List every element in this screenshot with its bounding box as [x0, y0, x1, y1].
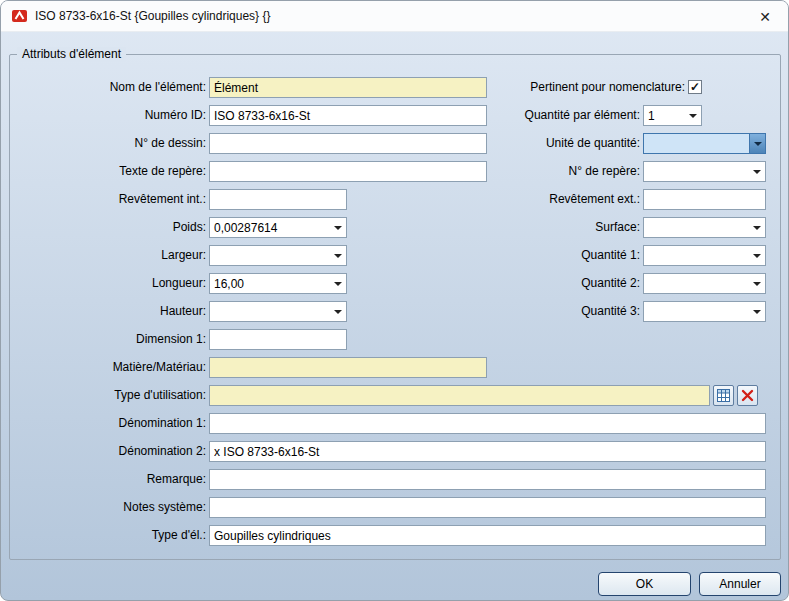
field-label: Hauteur:: [11, 301, 206, 322]
numero-id-input[interactable]: [209, 105, 487, 126]
field-label: N° de dessin:: [11, 133, 206, 154]
revetement-ext-input[interactable]: [643, 189, 766, 210]
chevron-down-icon[interactable]: [330, 302, 346, 321]
delete-x-icon: [741, 389, 754, 402]
field-label: Revêtement ext.:: [450, 189, 640, 210]
quantite1-value[interactable]: [644, 246, 749, 265]
denomination2-input[interactable]: [209, 441, 766, 462]
browse-type-button[interactable]: [713, 385, 734, 406]
quantite1-combo[interactable]: [643, 245, 766, 266]
window-title: ISO 8733-6x16-St {Goupilles cylindriques…: [35, 1, 270, 32]
field-label: Surface:: [450, 217, 640, 238]
groupbox-title: Attributs d'élément: [17, 47, 126, 62]
chevron-down-icon[interactable]: [749, 218, 765, 237]
hauteur-combo[interactable]: [209, 301, 347, 322]
poids-combo[interactable]: [209, 217, 347, 238]
field-label: Quantité 3:: [450, 301, 640, 322]
largeur-combo[interactable]: [209, 245, 347, 266]
field-label: Type d'él.:: [11, 525, 206, 546]
cancel-button[interactable]: Annuler: [699, 572, 781, 596]
checkmark-icon: ✓: [690, 81, 700, 93]
denomination1-input[interactable]: [209, 413, 766, 434]
chevron-down-icon[interactable]: [749, 162, 765, 181]
titlebar[interactable]: ISO 8733-6x16-St {Goupilles cylindriques…: [1, 1, 788, 32]
largeur-combo-value[interactable]: [210, 246, 330, 265]
chevron-down-icon[interactable]: [749, 246, 765, 265]
field-label: Quantité 1:: [450, 245, 640, 266]
nom-element-input[interactable]: [209, 77, 487, 98]
no-repere-value[interactable]: [644, 162, 749, 181]
field-label: Type d'utilisation:: [11, 385, 206, 406]
chevron-down-icon[interactable]: [749, 302, 765, 321]
field-label: Dimension 1:: [11, 329, 206, 350]
chevron-down-icon[interactable]: [330, 274, 346, 293]
type-el-input[interactable]: [209, 525, 766, 546]
surface-value[interactable]: [644, 218, 749, 237]
chevron-down-icon[interactable]: [749, 134, 765, 153]
dimension1-input[interactable]: [209, 329, 347, 350]
field-label: Nom de l'élément:: [11, 77, 206, 98]
longueur-combo-value[interactable]: [210, 274, 330, 293]
field-label: Dénomination 2:: [11, 441, 206, 462]
notes-systeme-input[interactable]: [209, 497, 766, 518]
field-label: N° de repère:: [450, 161, 640, 182]
close-icon[interactable]: ✕: [750, 5, 780, 29]
field-label: Dénomination 1:: [11, 413, 206, 434]
field-label: Largeur:: [11, 245, 206, 266]
field-label: Unité de quantité:: [450, 133, 640, 154]
field-label: Longueur:: [11, 273, 206, 294]
field-label: Notes système:: [11, 497, 206, 518]
quantite2-combo[interactable]: [643, 273, 766, 294]
chevron-down-icon[interactable]: [749, 274, 765, 293]
app-icon: [11, 7, 29, 25]
chevron-down-icon[interactable]: [685, 106, 701, 125]
longueur-combo[interactable]: [209, 273, 347, 294]
surface-combo[interactable]: [643, 217, 766, 238]
field-label: Quantité 2:: [450, 273, 640, 294]
chevron-down-icon[interactable]: [330, 246, 346, 265]
clear-type-button[interactable]: [737, 385, 758, 406]
remarque-input[interactable]: [209, 469, 766, 490]
field-label: Remarque:: [11, 469, 206, 490]
no-dessin-input[interactable]: [209, 133, 487, 154]
quantite3-combo[interactable]: [643, 301, 766, 322]
unite-quantite-combo[interactable]: [643, 133, 766, 154]
field-label: Texte de repère:: [11, 161, 206, 182]
quantite-par-element-value[interactable]: [644, 106, 685, 125]
hauteur-combo-value[interactable]: [210, 302, 330, 321]
type-utilisation-input[interactable]: [209, 385, 710, 406]
revetement-int-input[interactable]: [209, 189, 347, 210]
field-label: Quantité par élément:: [450, 105, 640, 126]
pertinent-checkbox[interactable]: ✓: [688, 80, 702, 94]
poids-combo-value[interactable]: [210, 218, 330, 237]
texte-repere-input[interactable]: [209, 161, 487, 182]
field-label: Poids:: [11, 217, 206, 238]
field-label: Pertinent pour nomenclature:: [475, 77, 685, 98]
ok-button[interactable]: OK: [598, 572, 691, 596]
field-label: Matière/Matériau:: [11, 357, 206, 378]
table-icon: [717, 389, 730, 402]
element-attributes-dialog: ISO 8733-6x16-St {Goupilles cylindriques…: [0, 0, 789, 601]
quantite2-value[interactable]: [644, 274, 749, 293]
matiere-input[interactable]: [209, 357, 487, 378]
quantite-par-element-combo[interactable]: [643, 105, 702, 126]
quantite3-value[interactable]: [644, 302, 749, 321]
no-repere-combo[interactable]: [643, 161, 766, 182]
unite-quantite-value[interactable]: [644, 134, 749, 153]
field-label: Revêtement int.:: [11, 189, 206, 210]
field-label: Numéro ID:: [11, 105, 206, 126]
chevron-down-icon[interactable]: [330, 218, 346, 237]
